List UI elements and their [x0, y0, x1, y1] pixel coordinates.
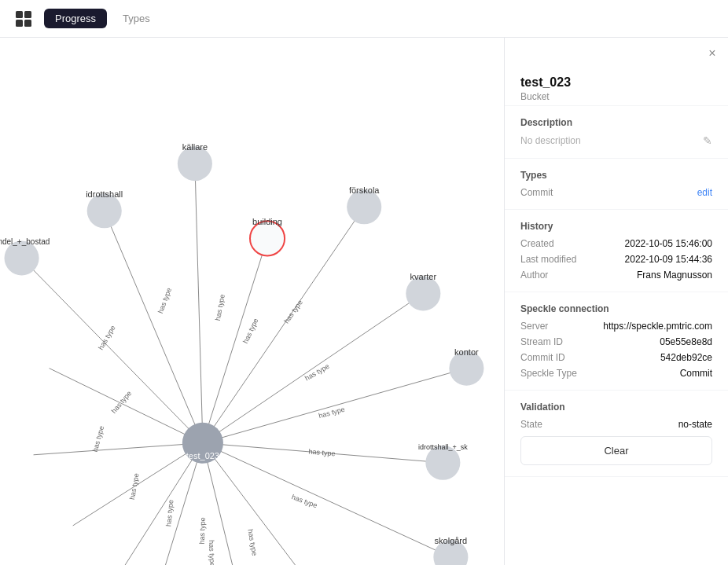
svg-line-10	[203, 369, 467, 443]
panel-subtitle: Bucket	[520, 91, 712, 102]
state-key: State	[520, 419, 542, 430]
tab-progress[interactable]: Progress	[44, 9, 107, 28]
graph-area[interactable]: has type has type has type has type has …	[0, 38, 504, 565]
svg-text:källare: källare	[182, 142, 208, 152]
speckle-section: Speckle connection Server https://speckl…	[505, 292, 728, 391]
types-value: Commit	[520, 187, 553, 198]
types-label: Types	[520, 170, 712, 181]
stream-val: 05e55e8e8d	[660, 336, 712, 347]
svg-text:has type: has type	[308, 447, 336, 457]
svg-text:andel_+_bostad: andel_+_bostad	[0, 237, 50, 246]
history-section: History Created 2022-10-05 15:46:00 Last…	[505, 210, 728, 292]
state-val: no-state	[678, 419, 712, 430]
svg-text:has type: has type	[318, 405, 345, 420]
panel-title: test_023	[520, 75, 712, 90]
svg-rect-1	[24, 11, 31, 18]
svg-text:building: building	[252, 217, 282, 226]
author-val: Frans Magnusson	[637, 270, 712, 281]
svg-text:has type: has type	[198, 517, 207, 544]
modified-val: 2022-10-09 15:44:36	[625, 254, 712, 265]
svg-text:idrottshall: idrottshall	[86, 189, 123, 199]
tab-types[interactable]: Types	[116, 9, 156, 28]
svg-line-14	[34, 443, 203, 455]
created-key: Created	[520, 238, 554, 249]
svg-text:has type: has type	[208, 540, 216, 565]
main-content: has type has type has type has type has …	[0, 38, 728, 565]
edit-description-icon[interactable]: ✎	[703, 134, 712, 147]
svg-text:has type: has type	[110, 389, 134, 414]
svg-line-13	[50, 369, 203, 443]
server-val: https://speckle.pmtric.com	[603, 321, 712, 332]
svg-rect-0	[16, 11, 23, 18]
modified-key: Last modified	[520, 254, 576, 265]
server-key: Server	[520, 321, 548, 332]
svg-text:has type: has type	[246, 529, 259, 556]
svg-text:has type: has type	[156, 287, 173, 314]
stream-key: Stream ID	[520, 336, 563, 347]
close-button[interactable]: ×	[703, 44, 722, 63]
svg-text:kontor: kontor	[454, 347, 479, 357]
svg-line-4	[195, 163, 203, 443]
graph-svg: has type has type has type has type has …	[0, 38, 504, 565]
description-label: Description	[520, 117, 712, 128]
svg-text:has type: has type	[291, 493, 318, 509]
types-edit-button[interactable]: edit	[697, 187, 712, 198]
panel-header: test_023 Bucket	[505, 63, 728, 106]
svg-text:skolgård: skolgård	[435, 536, 468, 545]
svg-text:has type: has type	[282, 299, 304, 325]
types-section: Types Commit edit	[505, 159, 728, 210]
author-key: Author	[520, 270, 548, 281]
description-section: Description No description ✎	[505, 106, 728, 159]
svg-line-6	[22, 258, 203, 442]
svg-text:has type: has type	[241, 317, 259, 345]
history-label: History	[520, 221, 712, 232]
right-panel: × test_023 Bucket Description No descrip…	[504, 38, 728, 565]
speckle-type-val: Commit	[680, 368, 712, 379]
created-val: 2022-10-05 15:46:00	[625, 238, 712, 249]
svg-line-16	[120, 443, 203, 565]
svg-rect-2	[16, 20, 23, 27]
svg-text:test_023: test_023	[186, 451, 219, 460]
svg-text:has type: has type	[128, 472, 141, 500]
speckle-label: Speckle connection	[520, 303, 712, 314]
svg-text:has type: has type	[91, 425, 105, 453]
svg-text:has type: has type	[214, 294, 226, 321]
commit-key: Commit ID	[520, 352, 565, 363]
validation-section: Validation State no-state Clear	[505, 391, 728, 477]
svg-text:idrottshall_+_sk: idrottshall_+_sk	[418, 443, 468, 451]
svg-text:förskola: förskola	[349, 185, 380, 195]
svg-text:kvarter: kvarter	[410, 272, 437, 281]
clear-button[interactable]: Clear	[520, 436, 712, 465]
svg-line-7	[203, 238, 267, 442]
validation-label: Validation	[520, 402, 712, 413]
svg-line-9	[203, 293, 423, 442]
svg-text:has type: has type	[164, 500, 175, 527]
app-logo-icon	[13, 8, 35, 30]
svg-rect-3	[24, 20, 31, 27]
no-description-text: No description	[520, 135, 581, 146]
speckle-type-key: Speckle Type	[520, 368, 577, 379]
commit-val: 542deb92ce	[660, 352, 712, 363]
header: Progress Types	[0, 0, 728, 38]
